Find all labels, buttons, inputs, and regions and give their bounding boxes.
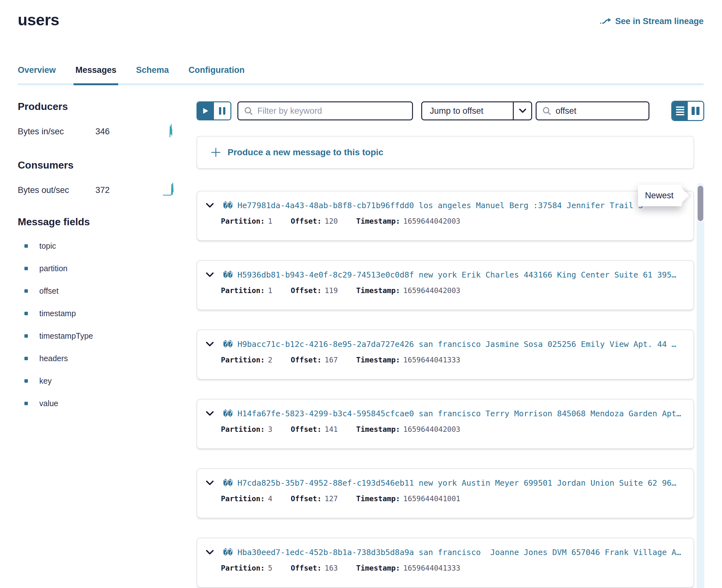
play-icon bbox=[203, 108, 209, 114]
offset-value: 167 bbox=[325, 356, 338, 364]
messages-toolbar: Jump to offset bbox=[197, 101, 704, 121]
field-bullet-icon bbox=[24, 357, 28, 360]
offset-search-input[interactable] bbox=[556, 106, 643, 116]
column-view-button[interactable] bbox=[688, 102, 703, 120]
play-button[interactable] bbox=[198, 102, 214, 120]
message-row[interactable]: �� H14fa67fe-5823-4299-b3c4-595845cfcae0… bbox=[197, 399, 694, 449]
tab-schema[interactable]: Schema bbox=[136, 65, 169, 75]
field-bullet-icon bbox=[24, 289, 28, 293]
field-item-offset[interactable]: offset bbox=[18, 280, 178, 302]
bytes-in-label: Bytes in/sec bbox=[18, 127, 96, 136]
message-row[interactable]: �� H9bacc71c-b12c-4216-8e95-2a7da727e426… bbox=[197, 330, 694, 380]
filter-keyword-field bbox=[238, 101, 413, 120]
bytes-in-sparkline bbox=[163, 124, 178, 139]
tab-configuration[interactable]: Configuration bbox=[189, 65, 245, 75]
message-key-preview: �� H5936db81-b943-4e0f-8c29-74513e0c0d8f… bbox=[223, 270, 684, 279]
jump-to-offset-select[interactable]: Jump to offset bbox=[421, 101, 532, 120]
expand-chevron-icon[interactable] bbox=[206, 481, 214, 485]
message-row[interactable]: �� He77981da-4a43-48ab-b8f8-cb71b96ffdd0… bbox=[197, 191, 694, 241]
expand-chevron-icon[interactable] bbox=[206, 272, 214, 277]
partition-value: 4 bbox=[268, 495, 272, 503]
topic-stats-sidebar: Producers Bytes in/sec 346 Consumers Byt… bbox=[18, 101, 178, 415]
field-item-timestamptype[interactable]: timestampType bbox=[18, 325, 178, 347]
field-item-key[interactable]: key bbox=[18, 370, 178, 392]
offset-value: 163 bbox=[325, 564, 338, 572]
stream-lineage-link[interactable]: See in Stream lineage bbox=[600, 17, 704, 26]
partition-value: 2 bbox=[268, 356, 272, 364]
view-toggle-group bbox=[671, 101, 704, 121]
offset-value: 120 bbox=[325, 217, 338, 225]
message-fields-heading: Message fields bbox=[18, 216, 178, 228]
bytes-in-metric: Bytes in/sec 346 bbox=[18, 124, 178, 139]
message-meta: Partition:5 Offset:163 Timestamp:1659644… bbox=[221, 564, 684, 572]
column-view-icon bbox=[692, 107, 700, 115]
offset-value: 141 bbox=[325, 425, 338, 434]
timestamp-value: 1659644042003 bbox=[403, 425, 460, 434]
field-item-headers[interactable]: headers bbox=[18, 347, 178, 370]
lineage-arrow-icon bbox=[600, 17, 612, 26]
newest-position-tooltip: Newest bbox=[638, 185, 682, 206]
filter-keyword-input[interactable] bbox=[257, 106, 406, 116]
message-list: �� He77981da-4a43-48ab-b8f8-cb71b96ffdd0… bbox=[197, 191, 704, 588]
bytes-out-sparkline bbox=[163, 183, 178, 198]
timestamp-value: 1659644041333 bbox=[403, 564, 460, 572]
timestamp-value: 1659644042003 bbox=[403, 287, 460, 295]
field-bullet-icon bbox=[24, 244, 28, 248]
message-key-preview: �� H9bacc71c-b12c-4216-8e95-2a7da727e426… bbox=[223, 340, 684, 349]
field-item-value[interactable]: value bbox=[18, 392, 178, 415]
offset-value: 119 bbox=[325, 287, 338, 295]
field-bullet-icon bbox=[24, 379, 28, 383]
field-bullet-icon bbox=[24, 312, 28, 315]
message-meta: Partition:1 Offset:120 Timestamp:1659644… bbox=[221, 217, 684, 225]
field-item-partition[interactable]: partition bbox=[18, 257, 178, 280]
message-row[interactable]: �� H5936db81-b943-4e0f-8c29-74513e0c0d8f… bbox=[197, 260, 694, 310]
timestamp-value: 1659644042003 bbox=[403, 217, 460, 225]
bytes-out-label: Bytes out/sec bbox=[18, 185, 96, 195]
produce-message-button[interactable]: Produce a new message to this topic bbox=[197, 136, 694, 169]
offset-value: 127 bbox=[325, 495, 338, 503]
field-bullet-icon bbox=[24, 402, 28, 405]
list-view-icon bbox=[676, 106, 684, 115]
tab-bar: Overview Messages Schema Configuration bbox=[18, 65, 704, 85]
expand-chevron-icon[interactable] bbox=[206, 550, 214, 555]
bytes-out-value: 372 bbox=[96, 185, 110, 195]
partition-value: 5 bbox=[268, 564, 272, 572]
message-key-preview: �� He77981da-4a43-48ab-b8f8-cb71b96ffdd0… bbox=[223, 201, 684, 210]
produce-message-label: Produce a new message to this topic bbox=[228, 147, 384, 158]
field-bullet-icon bbox=[24, 267, 28, 270]
message-row[interactable]: �� Hba30eed7-1edc-452b-8b1a-738d3b5d8a9a… bbox=[197, 538, 694, 588]
timestamp-value: 1659644041333 bbox=[403, 356, 460, 364]
message-row[interactable]: �� H7cda825b-35b7-4952-88ef-c193d546eb11… bbox=[197, 468, 694, 518]
partition-value: 1 bbox=[268, 217, 272, 225]
expand-chevron-icon[interactable] bbox=[206, 411, 214, 416]
list-view-button[interactable] bbox=[672, 102, 688, 120]
partition-value: 1 bbox=[268, 287, 272, 295]
search-icon bbox=[244, 106, 253, 115]
search-icon bbox=[542, 106, 551, 115]
message-key-preview: �� H14fa67fe-5823-4299-b3c4-595845cfcae0… bbox=[223, 409, 684, 418]
offset-search-field bbox=[536, 101, 649, 120]
message-meta: Partition:1 Offset:119 Timestamp:1659644… bbox=[221, 287, 684, 295]
pause-icon bbox=[219, 107, 225, 115]
message-meta: Partition:3 Offset:141 Timestamp:1659644… bbox=[221, 425, 684, 434]
jump-select-value: Jump to offset bbox=[422, 106, 513, 116]
chevron-down-icon bbox=[513, 102, 531, 120]
field-item-topic[interactable]: topic bbox=[18, 235, 178, 257]
tab-overview[interactable]: Overview bbox=[18, 65, 56, 75]
pause-button[interactable] bbox=[214, 102, 230, 120]
bytes-out-metric: Bytes out/sec 372 bbox=[18, 183, 178, 198]
messages-scrollbar-track[interactable] bbox=[697, 183, 704, 588]
messages-panel: Jump to offset Produce a new message to … bbox=[197, 101, 704, 588]
expand-chevron-icon[interactable] bbox=[206, 203, 214, 208]
bytes-in-value: 346 bbox=[96, 127, 110, 136]
producers-heading: Producers bbox=[18, 101, 178, 112]
play-pause-group bbox=[197, 101, 231, 120]
tab-messages[interactable]: Messages bbox=[76, 65, 116, 75]
page-title: users bbox=[18, 11, 59, 29]
expand-chevron-icon[interactable] bbox=[206, 342, 214, 346]
scrollbar-thumb[interactable] bbox=[698, 186, 703, 221]
plus-icon bbox=[211, 148, 221, 157]
field-item-timestamp[interactable]: timestamp bbox=[18, 302, 178, 325]
newest-tooltip-label: Newest bbox=[645, 191, 674, 201]
lineage-link-label: See in Stream lineage bbox=[615, 17, 704, 26]
